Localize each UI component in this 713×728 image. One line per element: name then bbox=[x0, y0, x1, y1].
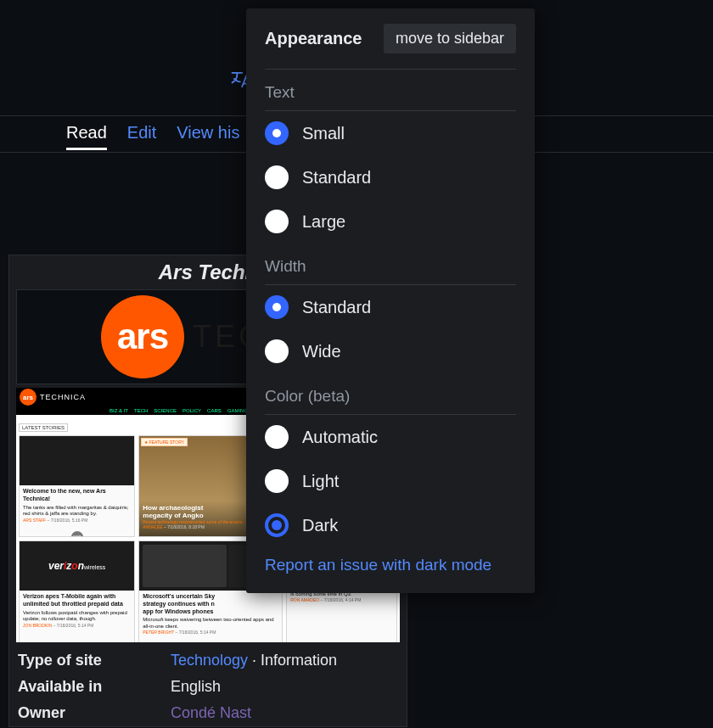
link-technology[interactable]: Technology bbox=[171, 652, 248, 669]
radio-color-light[interactable]: Light bbox=[265, 459, 516, 503]
radio-label: Small bbox=[302, 124, 345, 143]
tab-view-history[interactable]: View his bbox=[177, 123, 239, 143]
table-row: Type of site Technology · Information bbox=[9, 647, 407, 674]
move-to-sidebar-button[interactable]: move to sidebar bbox=[384, 24, 516, 53]
radio-icon bbox=[265, 469, 289, 493]
radio-text-small[interactable]: Small bbox=[265, 111, 516, 155]
radio-icon bbox=[265, 295, 289, 319]
radio-label: Dark bbox=[302, 516, 338, 535]
radio-label: Light bbox=[302, 472, 339, 491]
section-color-label: Color (beta) bbox=[265, 373, 516, 415]
tab-read[interactable]: Read bbox=[66, 123, 107, 150]
radio-text-standard[interactable]: Standard bbox=[265, 155, 516, 199]
row-key: Owner bbox=[9, 700, 162, 726]
radio-label: Automatic bbox=[302, 428, 378, 447]
row-val: Condé Nast bbox=[162, 700, 407, 726]
infobox-table: Type of site Technology · Information Av… bbox=[9, 647, 407, 726]
radio-color-automatic[interactable]: Automatic bbox=[265, 415, 516, 459]
report-dark-mode-link[interactable]: Report an issue with dark mode bbox=[265, 547, 516, 574]
radio-color-dark[interactable]: Dark bbox=[265, 503, 516, 547]
row-key: Type of site bbox=[9, 647, 162, 674]
link-owner[interactable]: Condé Nast bbox=[171, 704, 251, 721]
appearance-popover: Appearance move to sidebar Text Small St… bbox=[246, 8, 535, 593]
ss-card: Welcome to the new, new Ars Technica! Th… bbox=[19, 435, 135, 537]
radio-icon bbox=[265, 210, 289, 233]
radio-icon bbox=[265, 339, 289, 363]
radio-label: Standard bbox=[302, 168, 371, 188]
radio-text-large[interactable]: Large bbox=[265, 199, 516, 244]
radio-label: Standard bbox=[302, 298, 371, 317]
radio-width-standard[interactable]: Standard bbox=[265, 285, 516, 329]
radio-icon bbox=[265, 121, 289, 145]
row-val: English bbox=[162, 674, 407, 700]
radio-label: Wide bbox=[302, 342, 341, 361]
radio-icon bbox=[265, 425, 289, 449]
section-width-label: Width bbox=[265, 244, 516, 285]
ss-latest-badge: LATEST STORIES bbox=[19, 423, 68, 432]
row-val: Technology · Information bbox=[162, 647, 407, 674]
ss-logo-text: TECHNICA bbox=[40, 393, 86, 401]
ars-logo-circle: ars bbox=[101, 295, 184, 378]
ss-card: verizonwireless Verizon apes T-Mobile ag… bbox=[19, 540, 135, 642]
radio-icon bbox=[265, 165, 289, 189]
row-key: Available in bbox=[9, 674, 162, 700]
radio-label: Large bbox=[302, 212, 345, 232]
section-text-label: Text bbox=[265, 70, 516, 111]
radio-width-wide[interactable]: Wide bbox=[265, 329, 516, 373]
tab-edit[interactable]: Edit bbox=[127, 123, 156, 143]
radio-icon bbox=[265, 513, 289, 537]
table-row: Available in English bbox=[9, 674, 407, 700]
table-row: Owner Condé Nast bbox=[9, 700, 407, 726]
popover-title: Appearance bbox=[265, 29, 362, 48]
ss-logo-circle: ars bbox=[20, 389, 36, 406]
